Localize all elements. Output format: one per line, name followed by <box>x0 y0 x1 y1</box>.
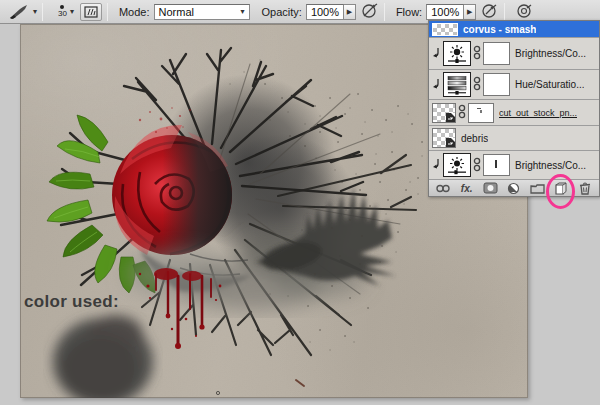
opacity-label: Opacity: <box>262 6 302 18</box>
chevron-down-icon[interactable]: ▾ <box>70 7 74 16</box>
flow-slider-button[interactable]: ▶ <box>464 4 476 20</box>
layer-row-debris[interactable]: debris <box>429 126 599 151</box>
opacity-value: 100% <box>311 6 339 18</box>
link-mask-icon <box>473 157 481 174</box>
layer-name[interactable]: Hue/Saturatio... <box>515 79 584 90</box>
tablet-pressure-opacity-icon[interactable] <box>361 3 379 21</box>
brush-size-preview[interactable]: 30 <box>58 5 67 18</box>
airbrush-toggle-icon[interactable] <box>481 3 499 21</box>
layer-mask-thumbnail[interactable] <box>483 154 510 176</box>
link-layers-button[interactable] <box>434 181 452 196</box>
chevron-down-icon: ▾ <box>33 7 37 16</box>
clipping-mask-arrow-icon <box>432 48 441 60</box>
divider <box>107 3 108 21</box>
link-mask-icon <box>458 104 466 121</box>
photoshop-window: ▾ 30 ▾ Mode: Normal ▾ Opacity: 100% ▶ <box>0 0 600 405</box>
layer-name[interactable]: cut_out_stock_pn... <box>499 108 577 118</box>
clipping-mask-arrow-icon <box>432 79 441 91</box>
smart-object-badge-icon <box>446 138 455 147</box>
add-layer-mask-button[interactable] <box>481 181 499 196</box>
layer-styles-button[interactable]: fx. <box>458 181 476 196</box>
link-mask-icon <box>473 45 481 62</box>
layer-mask-thumbnail[interactable] <box>483 73 510 96</box>
brush-tool-icon[interactable]: ▾ <box>8 4 37 20</box>
new-adjustment-layer-button[interactable] <box>505 181 523 196</box>
hue-saturation-icon[interactable] <box>443 72 471 97</box>
brightness-contrast-icon[interactable] <box>443 153 471 177</box>
layer-row-hue-saturation[interactable]: Hue/Saturatio... <box>429 70 599 100</box>
chevron-down-icon: ▾ <box>241 7 245 16</box>
flow-input[interactable]: 100% <box>426 4 464 20</box>
divider <box>42 3 43 21</box>
layer-name[interactable]: corvus - smash <box>463 24 536 35</box>
layer-name[interactable]: Brightness/Co... <box>515 48 586 59</box>
color-used-label: color used: <box>24 292 119 312</box>
delete-layer-button[interactable] <box>576 181 594 196</box>
brush-size-value: 30 <box>58 10 67 18</box>
layer-name[interactable]: Brightness/Co... <box>515 160 586 171</box>
layer-row-cut-out-stock[interactable]: cut_out_stock_pn... <box>429 100 599 126</box>
link-mask-icon <box>473 76 481 93</box>
tablet-pressure-size-icon[interactable] <box>515 3 533 21</box>
flow-value: 100% <box>431 6 459 18</box>
divider <box>504 3 505 21</box>
layer-thumbnail[interactable] <box>432 103 456 123</box>
flow-label: Flow: <box>396 6 422 18</box>
layer-name[interactable]: debris <box>461 133 488 144</box>
blend-mode-value: Normal <box>159 6 194 18</box>
toggle-brush-panel-button[interactable] <box>80 3 102 21</box>
blend-mode-select[interactable]: Normal ▾ <box>154 4 250 20</box>
layer-row-corvus-smash[interactable]: corvus - smash <box>429 21 599 38</box>
layers-panel: corvus - smash Brightness/Co... <box>428 20 600 197</box>
layer-row-brightness-contrast-1[interactable]: Brightness/Co... <box>429 38 599 70</box>
smart-object-badge-icon <box>446 113 455 122</box>
new-group-button[interactable] <box>529 181 547 196</box>
mode-label: Mode: <box>119 6 150 18</box>
layers-panel-footer: fx. <box>429 179 599 196</box>
opacity-slider-button[interactable]: ▶ <box>344 4 356 20</box>
layer-thumbnail[interactable] <box>432 128 456 148</box>
clipping-mask-arrow-icon <box>432 159 441 171</box>
divider <box>384 3 385 21</box>
layer-row-brightness-contrast-2[interactable]: Brightness/Co... <box>429 151 599 179</box>
layer-mask-thumbnail[interactable] <box>468 103 494 123</box>
brightness-contrast-icon[interactable] <box>443 41 471 66</box>
opacity-input[interactable]: 100% <box>306 4 344 20</box>
layer-mask-thumbnail[interactable] <box>483 42 510 65</box>
new-layer-button[interactable] <box>552 181 570 196</box>
layer-thumbnail[interactable] <box>432 23 458 36</box>
